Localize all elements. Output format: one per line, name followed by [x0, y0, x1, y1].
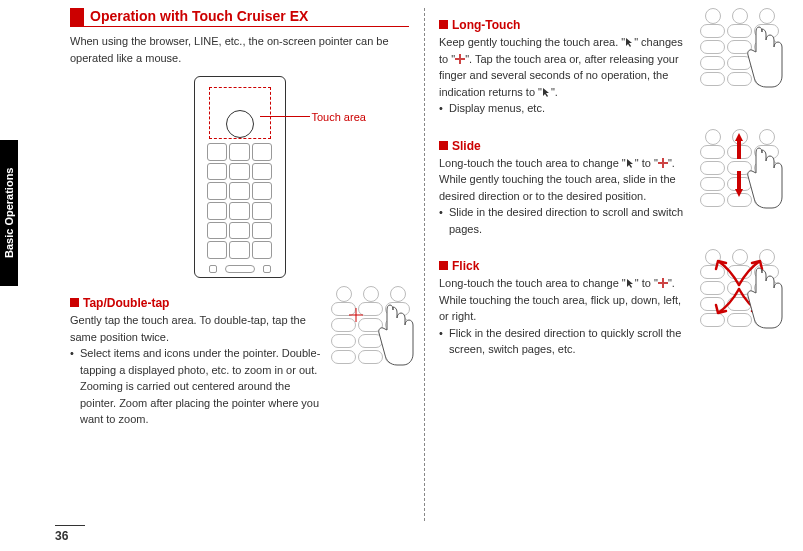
cross-move-icon [658, 278, 668, 288]
section-flick: Flick Long-touch the touch area to chang… [439, 249, 778, 358]
tap-bullet: Select items and icons under the pointer… [70, 345, 321, 428]
cursor-icon [626, 278, 635, 289]
intro-text: When using the browser, LINE, etc., the … [70, 33, 409, 66]
heading-marker [70, 8, 84, 26]
flick-body2: While touching the touch area, flick up,… [439, 292, 690, 325]
sidebar-section-tab: Basic Operations [0, 140, 18, 286]
left-column: Operation with Touch Cruiser EX When usi… [55, 8, 424, 531]
remote-figure: Touch area [70, 76, 409, 286]
cursor-icon [626, 158, 635, 169]
main-heading-row: Operation with Touch Cruiser EX [70, 8, 409, 27]
touch-area-label: Touch area [256, 111, 365, 123]
dpad-icon [226, 110, 254, 138]
square-icon [439, 20, 448, 29]
remote-outline [194, 76, 286, 278]
cross-move-icon [658, 158, 668, 168]
cursor-icon [542, 87, 551, 98]
slide-body2: While gently touching the touch area, sl… [439, 171, 690, 204]
longtouch-figure [700, 8, 778, 117]
keypad-icon [207, 143, 273, 259]
square-icon [439, 261, 448, 270]
flick-body: Long-touch the touch area to change "" t… [439, 275, 690, 292]
longtouch-heading: Long-Touch [439, 16, 690, 34]
main-heading: Operation with Touch Cruiser EX [90, 8, 308, 26]
slide-figure [700, 129, 778, 238]
tap-heading: Tap/Double-tap [70, 294, 321, 312]
section-longtouch: Long-Touch Keep gently touching the touc… [439, 8, 778, 117]
section-tap: Tap/Double-tap Gently tap the touch area… [70, 286, 409, 428]
tap-figure [331, 286, 409, 428]
right-column: Long-Touch Keep gently touching the touc… [424, 8, 793, 531]
flick-bullet: Flick in the desired direction to quickl… [439, 325, 690, 358]
section-slide: Slide Long-touch the touch area to chang… [439, 129, 778, 238]
slide-body: Long-touch the touch area to change "" t… [439, 155, 690, 172]
longtouch-bullet: Display menus, etc. [439, 100, 690, 117]
page-content: Operation with Touch Cruiser EX When usi… [55, 8, 793, 531]
tap-body: Gently tap the touch area. To double-tap… [70, 312, 321, 345]
slide-heading: Slide [439, 137, 690, 155]
flick-figure [700, 249, 778, 358]
longtouch-body: Keep gently touching the touch area. "" … [439, 34, 690, 100]
square-icon [70, 298, 79, 307]
tap-cross-icon [349, 308, 363, 322]
page-number: 36 [55, 525, 85, 543]
flick-heading: Flick [439, 257, 690, 275]
square-icon [439, 141, 448, 150]
cross-move-icon [455, 54, 465, 64]
cursor-icon [625, 37, 634, 48]
remote-bottom-icon [209, 265, 271, 273]
slide-bullet: Slide in the desired direction to scroll… [439, 204, 690, 237]
